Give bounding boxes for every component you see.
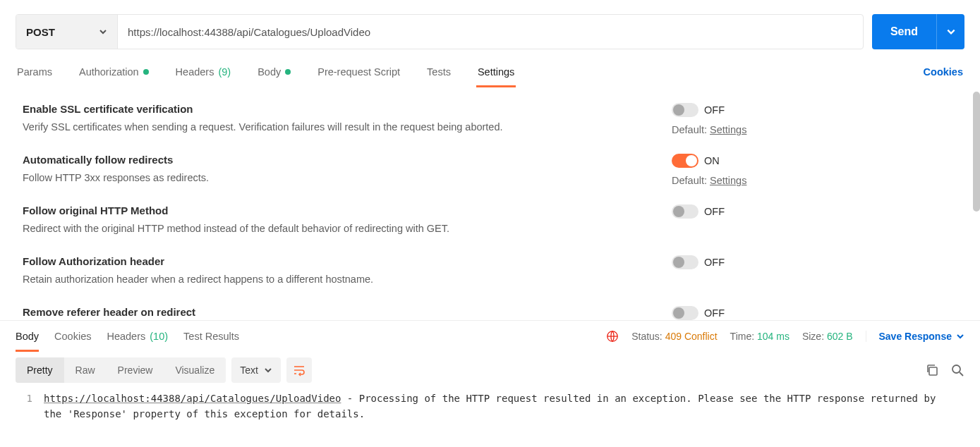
setting-desc: Follow HTTP 3xx responses as redirects.	[23, 171, 643, 186]
size-value: 602 B	[827, 331, 853, 342]
setting-title: Follow original HTTP Method	[23, 204, 643, 216]
setting-follow-redirects: Automatically follow redirects Follow HT…	[23, 142, 964, 193]
send-button-group: Send	[872, 14, 964, 49]
response-tab-test-results[interactable]: Test Results	[183, 321, 239, 352]
setting-follow-auth-header: Follow Authorization header Retain autho…	[23, 244, 964, 295]
tab-authorization[interactable]: Authorization	[78, 56, 150, 87]
view-mode-segment: Pretty Raw Preview Visualize	[16, 357, 226, 383]
request-tabs: Params Authorization Headers (9) Body Pr…	[0, 56, 980, 87]
setting-ssl-verification: Enable SSL certificate verification Veri…	[23, 92, 964, 142]
wrap-icon	[292, 363, 306, 377]
toggle-ssl-verification[interactable]	[672, 103, 698, 117]
http-method-label: POST	[26, 26, 55, 38]
wrap-lines-button[interactable]	[286, 357, 312, 383]
response-tabs: Body Cookies Headers (10) Test Results S…	[0, 321, 980, 352]
response-tab-headers[interactable]: Headers (10)	[107, 321, 168, 352]
url-text: https://localhost:44388/api/Catalogues/U…	[128, 26, 370, 38]
setting-title: Remove referer header on redirect	[23, 306, 643, 318]
response-body-viewer[interactable]: 1 https://localhost:44388/api/Catalogues…	[0, 388, 980, 429]
setting-default: Default: Settings	[672, 124, 746, 135]
send-dropdown-button[interactable]	[936, 14, 964, 49]
network-globe-icon[interactable]	[606, 330, 619, 343]
status-dot-icon	[285, 69, 291, 75]
tab-tests[interactable]: Tests	[425, 56, 452, 87]
setting-desc: Verify SSL certificates when sending a r…	[23, 120, 643, 135]
status-dot-icon	[143, 69, 149, 75]
send-button[interactable]: Send	[872, 14, 936, 49]
toggle-follow-redirects[interactable]	[672, 154, 698, 168]
setting-remove-referer: Remove referer header on redirect OFF	[23, 295, 964, 321]
toggle-follow-auth-header[interactable]	[672, 255, 698, 269]
response-headers-count: (10)	[150, 331, 168, 342]
setting-desc: Redirect with the original HTTP method i…	[23, 221, 643, 237]
settings-panel: Enable SSL certificate verification Veri…	[0, 87, 980, 320]
save-response-button[interactable]: Save Response	[866, 331, 965, 342]
setting-title: Enable SSL certificate verification	[23, 103, 643, 115]
size-label: Size:	[802, 331, 824, 342]
url-input[interactable]: https://localhost:44388/api/Catalogues/U…	[118, 15, 863, 49]
settings-link[interactable]: Settings	[710, 124, 746, 135]
toggle-state-label: OFF	[704, 104, 725, 116]
setting-title: Automatically follow redirects	[23, 154, 643, 166]
scrollbar-thumb[interactable]	[973, 92, 980, 212]
toggle-follow-original-method[interactable]	[672, 204, 698, 219]
view-mode-pretty[interactable]: Pretty	[16, 357, 64, 383]
toggle-state-label: OFF	[704, 307, 725, 319]
format-label: Text	[240, 365, 258, 376]
line-number: 1	[16, 391, 44, 422]
cookies-link[interactable]: Cookies	[922, 56, 964, 87]
setting-title: Follow Authorization header	[23, 255, 643, 267]
toggle-state-label: OFF	[704, 257, 725, 268]
toggle-state-label: ON	[704, 155, 720, 166]
tab-body[interactable]: Body	[256, 56, 292, 87]
chevron-down-icon	[946, 27, 956, 37]
time-value: 104 ms	[757, 331, 790, 342]
setting-follow-original-method: Follow original HTTP Method Redirect wit…	[23, 193, 964, 244]
response-meta: Status: 409 Conflict Time: 104 ms Size: …	[606, 330, 964, 343]
copy-icon[interactable]	[925, 363, 939, 377]
response-tab-body[interactable]: Body	[16, 321, 39, 352]
response-tab-cookies[interactable]: Cookies	[54, 321, 91, 352]
chevron-down-icon	[99, 27, 107, 36]
svg-point-2	[952, 365, 960, 373]
tab-settings[interactable]: Settings	[476, 56, 516, 87]
http-method-select[interactable]: POST	[16, 15, 118, 49]
view-mode-raw[interactable]: Raw	[64, 357, 107, 383]
tab-headers[interactable]: Headers (9)	[174, 56, 233, 87]
method-url-group: POST https://localhost:44388/api/Catalog…	[16, 14, 864, 49]
status-label: Status:	[631, 331, 663, 342]
search-icon[interactable]	[950, 363, 964, 377]
response-body-text: https://localhost:44388/api/Catalogues/U…	[44, 391, 964, 422]
headers-count: (9)	[218, 66, 231, 78]
chevron-down-icon	[264, 366, 272, 374]
time-label: Time:	[730, 331, 754, 342]
response-toolbar: Pretty Raw Preview Visualize Text	[0, 352, 980, 388]
setting-desc: Retain authorization header when a redir…	[23, 272, 643, 288]
format-select[interactable]: Text	[231, 357, 281, 383]
toggle-state-label: OFF	[704, 206, 725, 217]
view-mode-visualize[interactable]: Visualize	[164, 357, 226, 383]
toggle-remove-referer[interactable]	[672, 306, 698, 320]
chevron-down-icon	[956, 332, 964, 341]
svg-rect-1	[929, 367, 937, 375]
status-value: 409 Conflict	[665, 331, 718, 342]
setting-default: Default: Settings	[672, 175, 746, 186]
settings-link[interactable]: Settings	[710, 175, 746, 186]
view-mode-preview[interactable]: Preview	[107, 357, 164, 383]
tab-pre-request[interactable]: Pre-request Script	[316, 56, 401, 87]
send-button-label: Send	[890, 25, 918, 38]
tab-params[interactable]: Params	[16, 56, 54, 87]
